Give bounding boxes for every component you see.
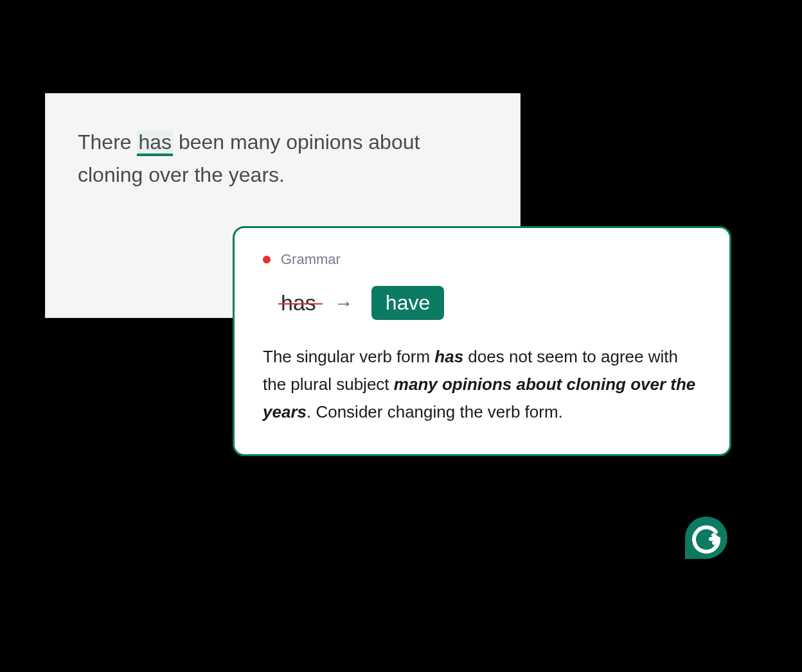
suggestion-header: Grammar	[263, 251, 701, 268]
explanation-text: . Consider changing the verb form.	[307, 402, 563, 421]
arrow-right-icon: →	[334, 292, 353, 314]
explanation-bold-verb: has	[434, 347, 463, 366]
explanation-text: The singular verb form	[263, 347, 434, 366]
editor-text[interactable]: There has been many opinions about cloni…	[78, 126, 488, 191]
original-word: has	[281, 290, 316, 315]
suggestion-category-label: Grammar	[281, 251, 341, 268]
highlighted-error-word[interactable]: has	[137, 130, 173, 156]
suggestion-card[interactable]: Grammar has → have The singular verb for…	[233, 226, 731, 456]
replacement-button[interactable]: have	[371, 286, 444, 320]
error-indicator-icon	[263, 256, 271, 263]
grammarly-logo-icon[interactable]	[684, 515, 729, 560]
suggestion-explanation: The singular verb form has does not seem…	[263, 343, 701, 426]
correction-row: has → have	[281, 286, 701, 320]
editor-text-before: There	[78, 130, 137, 154]
